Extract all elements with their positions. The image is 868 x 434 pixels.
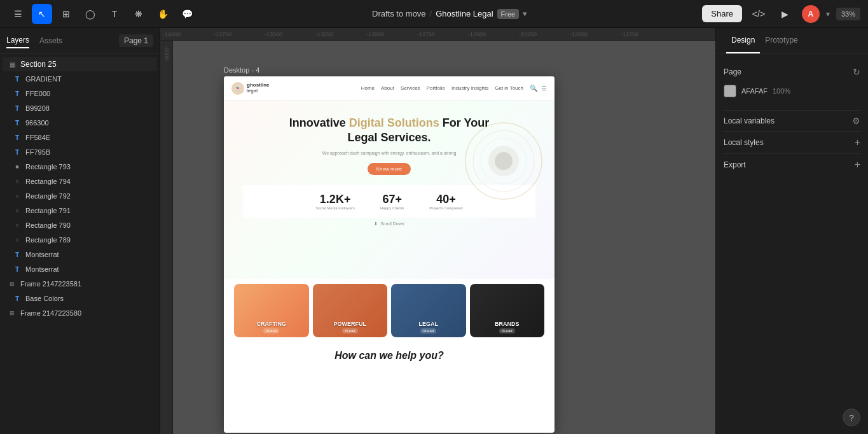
stat-number: 40+ <box>429 193 462 206</box>
shape-tool-button[interactable]: ◯ <box>80 4 100 24</box>
right-panel: Design Prototype Page ↻ AFAFAF 100% Loca… <box>715 28 868 434</box>
layers-list: ▦ Section 25 T GRADIENT T FFE000 T B9920… <box>0 54 160 434</box>
layer-rect789[interactable]: ○ Rectangle 789 <box>3 233 157 247</box>
layer-ff584e[interactable]: T FF584E <box>3 130 157 144</box>
ruler-mark: -13750 <box>214 31 265 38</box>
zoom-level[interactable]: 33% <box>836 8 860 20</box>
rect-fill-icon: ■ <box>13 162 22 171</box>
layer-name: B99208 <box>25 104 50 112</box>
panel-tabs: Layers Assets Page 1 <box>0 28 160 54</box>
present-button[interactable]: ▶ <box>775 4 796 24</box>
local-variables-label: Local variables <box>724 116 775 125</box>
ruler-mark: -11750 <box>621 31 672 38</box>
canvas-area: -14000 -13750 -13500 -13250 -13000 -1275… <box>160 28 715 434</box>
help-button[interactable]: ? <box>843 409 860 426</box>
layer-name: Rectangle 792 <box>25 192 71 200</box>
layer-name: Frame 2147223580 <box>20 309 81 317</box>
frame-tool-button[interactable]: ⊞ <box>56 4 76 24</box>
card-crafting: CRAFTING #Lead <box>234 284 309 337</box>
layer-name: Montserrat <box>25 251 59 258</box>
toolbar-left: ☰ ↖ ⊞ ◯ T ❋ ✋ 💬 <box>8 4 197 24</box>
canvas-viewport: Desktop - 4 👻 ghostlinelegal Home About <box>173 41 715 434</box>
card-tag: #Lead <box>499 328 515 333</box>
layer-montserrat1[interactable]: T Montserrat <box>3 248 157 262</box>
layer-rect792[interactable]: ○ Rectangle 792 <box>3 189 157 203</box>
layer-section25[interactable]: ▦ Section 25 <box>3 57 157 71</box>
hand-tool-button[interactable]: ✋ <box>153 4 173 24</box>
card-label: CRAFTING <box>257 321 287 327</box>
stat-label: Social Media Followers <box>315 206 355 210</box>
ruler-mark: -12250 <box>519 31 570 38</box>
main-menu-button[interactable]: ☰ <box>8 4 28 24</box>
type-icon: T <box>13 250 22 259</box>
site-logo: 👻 ghostlinelegal <box>231 82 270 95</box>
layer-frame580[interactable]: ⊞ Frame 2147223580 <box>3 306 157 320</box>
tab-design[interactable]: Design <box>726 28 760 53</box>
layer-basecolors[interactable]: T Base Colors <box>3 291 157 305</box>
export-add-icon[interactable]: + <box>855 159 860 171</box>
layer-ff795b[interactable]: T FF795B <box>3 145 157 159</box>
layer-rect791[interactable]: ○ Rectangle 791 <box>3 204 157 218</box>
hero-cta-button[interactable]: Know more <box>368 163 411 175</box>
page-color-row: AFAFAF 100% <box>724 82 860 100</box>
ruler-vertical: -2750 -2500 -2250 -2000 -1750 -1500 -125… <box>160 41 173 434</box>
hero-highlight: Digital Solutions <box>349 116 439 129</box>
canvas-content: -2750 -2500 -2250 -2000 -1750 -1500 -125… <box>160 41 715 434</box>
site-hero: Innovative Digital Solutions For Your Le… <box>224 101 555 279</box>
components-tool-button[interactable]: ❋ <box>128 4 149 24</box>
tab-layers[interactable]: Layers <box>6 33 29 48</box>
layer-name: FFE000 <box>25 90 50 97</box>
layer-b99208[interactable]: T B99208 <box>3 101 157 115</box>
layer-rect794[interactable]: ○ Rectangle 794 <box>3 174 157 188</box>
free-badge: Free <box>497 9 520 19</box>
tab-assets[interactable]: Assets <box>39 34 62 48</box>
local-variables-section[interactable]: Local variables ⚙ <box>724 110 860 131</box>
share-button[interactable]: Share <box>702 5 742 22</box>
vruler-marks: -2750 -2500 -2250 -2000 -1750 -1500 -125… <box>160 43 173 60</box>
right-panel-tabs: Design Prototype <box>716 28 868 54</box>
layer-966300[interactable]: T 966300 <box>3 116 157 130</box>
ruler-mark: -12500 <box>468 31 519 38</box>
layer-name: FF795B <box>25 148 50 156</box>
layer-frame581[interactable]: ⊞ Frame 2147223581 <box>3 277 157 291</box>
ruler-mark: -13000 <box>366 31 417 38</box>
nav-home: Home <box>361 85 375 91</box>
left-panel: Layers Assets Page 1 ▦ Section 25 T GRAD… <box>0 28 160 434</box>
page-refresh-icon[interactable]: ↻ <box>853 67 860 77</box>
page-section: Page ↻ AFAFAF 100% <box>724 62 860 100</box>
rect-stroke-icon: ○ <box>13 192 22 200</box>
layer-ffe000[interactable]: T FFE000 <box>3 87 157 101</box>
user-chevron[interactable]: ▾ <box>826 10 830 18</box>
ruler-marks: -14000 -13750 -13500 -13250 -13000 -1275… <box>163 31 672 38</box>
toolbar-right: Share </> ▶ A ▾ 33% <box>702 4 860 24</box>
page-color-swatch[interactable] <box>724 85 736 97</box>
ruler-mark: -12750 <box>417 31 468 38</box>
title-area: Drafts to move / Ghostline Legal Free ▾ <box>372 9 527 19</box>
website-mockup: 👻 ghostlinelegal Home About Services Por… <box>224 76 555 433</box>
local-styles-add-icon[interactable]: + <box>855 137 860 148</box>
type-icon: T <box>13 74 22 83</box>
text-tool-button[interactable]: T <box>104 4 125 24</box>
layer-rect793[interactable]: ■ Rectangle 793 <box>3 160 157 174</box>
move-tool-button[interactable]: ↖ <box>32 4 52 24</box>
menu-icon: ☰ <box>541 85 547 92</box>
ruler-mark: -13500 <box>265 31 315 38</box>
tab-prototype[interactable]: Prototype <box>760 28 803 53</box>
type-icon: T <box>13 133 22 142</box>
export-section[interactable]: Export + <box>724 153 860 176</box>
card-label: BRANDS <box>495 321 520 327</box>
how-title: How can we help you? <box>237 350 542 361</box>
layer-gradient[interactable]: T GRADIENT <box>3 72 157 86</box>
code-view-button[interactable]: </> <box>748 4 769 24</box>
title-chevron: ▾ <box>523 9 527 18</box>
rect-stroke-icon: ○ <box>13 221 22 230</box>
page-selector[interactable]: Page 1 <box>119 34 153 47</box>
layer-montserrat2[interactable]: T Montserrat <box>3 262 157 276</box>
comment-tool-button[interactable]: 💬 <box>177 4 197 24</box>
stat-projects: 40+ Projects Completed <box>429 193 462 210</box>
nav-portfolio: Portfolio <box>427 85 445 91</box>
layer-rect790[interactable]: ○ Rectangle 790 <box>3 218 157 232</box>
local-styles-section[interactable]: Local styles + <box>724 131 860 153</box>
layer-name: Rectangle 789 <box>25 236 71 244</box>
frame-label: Desktop - 4 <box>224 66 555 74</box>
